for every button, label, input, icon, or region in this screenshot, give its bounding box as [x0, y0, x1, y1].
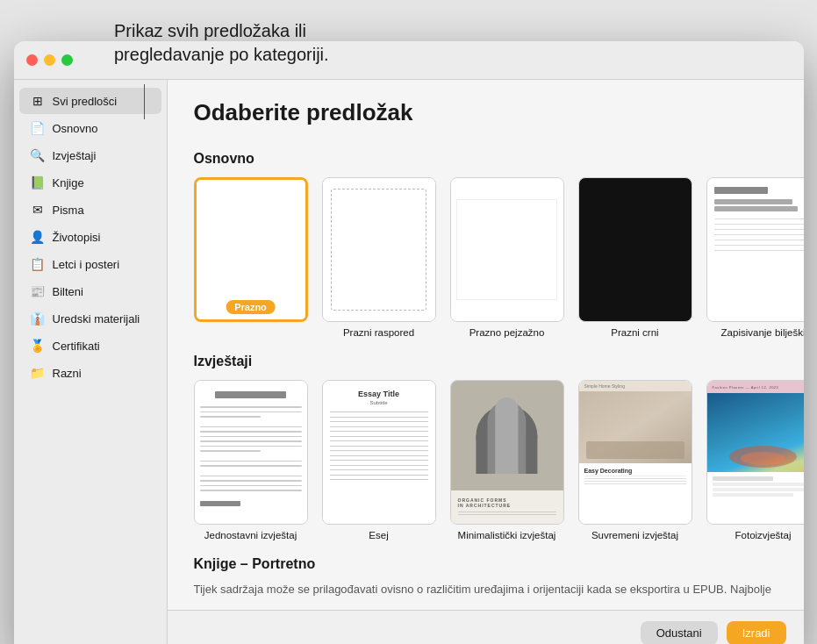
flyers-icon: 📋: [30, 256, 46, 272]
sidebar-item-newsletters[interactable]: 📰 Bilteni: [19, 278, 161, 304]
sidebar-label-basic: Osnovno: [53, 122, 98, 135]
sidebar-label-reports: Izvještaji: [53, 149, 97, 162]
maximize-button[interactable]: [61, 54, 73, 66]
templates-grid-basic: Prazno Prazni raspored: [194, 177, 778, 338]
template-name-modern-report: Suvremeni izvještaj: [591, 530, 678, 540]
blank-white-content: [197, 180, 305, 319]
sidebar-label-flyers: Letci i posteri: [53, 258, 120, 271]
template-blank[interactable]: Prazno: [194, 177, 308, 338]
page-title: Odaberite predložak: [194, 99, 778, 126]
section-books: Knjige – Portretno Tijek sadržaja može s…: [194, 556, 778, 596]
sidebar-label-office: Uredski materijali: [53, 312, 140, 326]
newsletters-icon: 📰: [30, 283, 46, 299]
section-subtitle-books: Tijek sadržaja može se prilagođavati ovi…: [194, 583, 778, 596]
sidebar-label-resumes: Životopisi: [53, 231, 101, 244]
selected-badge: Prazno: [226, 300, 276, 314]
minimize-button[interactable]: [44, 54, 55, 66]
footer: Odustani Izradi: [168, 610, 804, 644]
template-name-essay: Esej: [369, 530, 388, 540]
traffic-lights: [26, 54, 73, 66]
misc-icon: 📁: [30, 365, 46, 381]
sidebar-item-office[interactable]: 👔 Uredski materijali: [19, 305, 161, 332]
office-icon: 👔: [30, 311, 46, 326]
template-thumb-minimal-report: ORGANIC FORMSIN ARCHITECTURE: [450, 380, 564, 525]
sidebar: ⊞ Svi predlošci 📄 Osnovno 🔍 Izvještaji 📗…: [14, 80, 168, 644]
cancel-button[interactable]: Odustani: [641, 621, 718, 644]
template-thumb-essay: Essay Title Subtitle: [322, 380, 436, 525]
template-name-minimal-report: Minimalistički izvještaj: [458, 530, 556, 540]
section-title-books: Knjige – Portretno: [194, 556, 778, 572]
sidebar-label-books: Knjige: [53, 176, 84, 190]
resumes-icon: 👤: [30, 229, 46, 245]
sidebar-label-all: Svi predlošci: [53, 95, 118, 108]
sidebar-item-basic[interactable]: 📄 Osnovno: [19, 115, 161, 141]
template-note-taking[interactable]: Zapisivanje bilješki: [706, 177, 804, 338]
sidebar-item-misc[interactable]: 📁 Razni: [19, 360, 161, 386]
main-content: Odaberite predložak Osnovno Prazno: [168, 80, 804, 644]
sidebar-item-all[interactable]: ⊞ Svi predlošci: [19, 88, 161, 114]
sidebar-item-letters[interactable]: ✉ Pisma: [19, 197, 161, 223]
sidebar-item-reports[interactable]: 🔍 Izvještaji: [19, 142, 161, 168]
template-thumb-note-taking: [706, 177, 804, 322]
template-name-blank-layout: Prazni raspored: [343, 327, 414, 338]
sidebar-item-books[interactable]: 📗 Knjige: [19, 169, 161, 196]
section-title-reports: Izvještaji: [194, 354, 778, 369]
template-blank-landscape[interactable]: Prazno pejzažno: [450, 177, 564, 338]
tooltip-line1: Prikaz svih predložaka ili: [114, 19, 329, 43]
letters-icon: ✉: [30, 202, 46, 218]
main-header: Odaberite predložak: [168, 80, 804, 135]
sidebar-label-misc: Razni: [53, 367, 82, 380]
certs-icon: 🏅: [30, 338, 46, 354]
svg-point-5: [495, 397, 518, 420]
templates-grid-reports: Jednostavni izvještaj Essay Title Subtit…: [194, 380, 778, 540]
section-reports: Izvještaji: [194, 354, 778, 540]
sidebar-item-resumes[interactable]: 👤 Životopisi: [19, 224, 161, 250]
all-templates-icon: ⊞: [30, 93, 46, 109]
sidebar-label-newsletters: Bilteni: [53, 285, 83, 298]
template-essay[interactable]: Essay Title Subtitle: [322, 380, 436, 540]
template-photo-report[interactable]: Fashion Planner — April 12, 2023: [706, 380, 804, 540]
template-name-blank-landscape: Prazno pejzažno: [469, 327, 545, 338]
sidebar-item-flyers[interactable]: 📋 Letci i posteri: [19, 251, 161, 277]
create-button[interactable]: Izradi: [727, 621, 786, 644]
template-thumb-blank: Prazno: [194, 177, 308, 322]
template-blank-black[interactable]: Prazni crni: [578, 177, 692, 338]
template-thumb-simple-report: [194, 380, 308, 525]
minimal-report-content: ORGANIC FORMSIN ARCHITECTURE: [451, 381, 563, 524]
tooltip-line2: pregledavanje po kategoriji.: [114, 43, 329, 67]
reports-icon: 🔍: [30, 147, 46, 163]
books-icon: 📗: [30, 175, 46, 190]
template-blank-layout[interactable]: Prazni raspored: [322, 177, 436, 338]
main-body: Osnovno Prazno: [168, 135, 804, 610]
template-thumb-blank-layout: [322, 177, 436, 322]
template-thumb-photo-report: Fashion Planner — April 12, 2023: [706, 380, 804, 525]
sidebar-label-letters: Pisma: [53, 204, 84, 217]
template-thumb-modern-report: Simple Home Styling: [578, 380, 692, 525]
essay-content: Essay Title Subtitle: [323, 381, 435, 524]
template-name-blank-black: Prazni crni: [611, 327, 658, 338]
template-modern-report[interactable]: Simple Home Styling: [578, 380, 692, 540]
template-thumb-blank-landscape: [450, 177, 564, 322]
template-thumb-blank-black: [578, 177, 692, 322]
section-title-basic: Osnovno: [194, 151, 778, 167]
template-name-photo-report: Fotoizvještaj: [735, 530, 792, 540]
section-basic: Osnovno Prazno: [194, 151, 778, 338]
template-minimal-report[interactable]: ORGANIC FORMSIN ARCHITECTURE Minimalisti…: [450, 380, 564, 540]
sidebar-label-certs: Certifikati: [53, 340, 100, 353]
basic-icon: 📄: [30, 120, 46, 136]
template-simple-report[interactable]: Jednostavni izvještaj: [194, 380, 308, 540]
sidebar-item-certs[interactable]: 🏅 Certifikati: [19, 333, 161, 359]
template-name-simple-report: Jednostavni izvještaj: [204, 530, 297, 540]
simple-report-content: [195, 381, 307, 524]
template-name-note-taking: Zapisivanje bilješki: [721, 327, 804, 338]
close-button[interactable]: [26, 54, 38, 66]
